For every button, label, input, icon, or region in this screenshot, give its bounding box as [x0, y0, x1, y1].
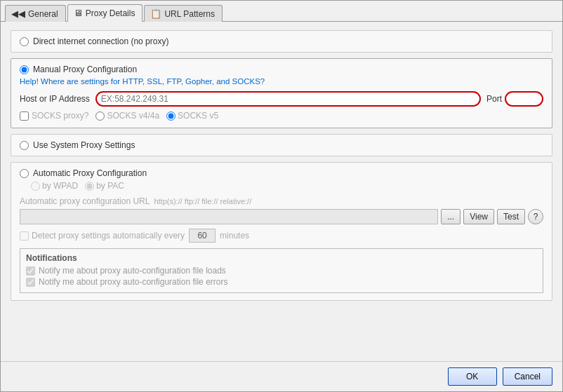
auto-url-row: Automatic proxy configuration URL http(s… [20, 196, 543, 206]
notify-errors-label: Notify me about proxy auto-configuration… [39, 277, 227, 287]
general-icon: ◀◀ [11, 8, 25, 19]
manual-radio[interactable] [20, 65, 29, 74]
wpad-radio[interactable] [31, 182, 40, 191]
socks-check-label: SOCKS proxy? [20, 111, 88, 121]
system-section: Use System Proxy Settings [11, 134, 552, 156]
help-link[interactable]: Help! Where are settings for HTTP, SSL, … [20, 77, 543, 86]
tab-general[interactable]: ◀◀ General [5, 5, 66, 22]
detect-check-label: Detect proxy settings automatically ever… [20, 231, 185, 241]
bottom-bar: OK Cancel [1, 361, 562, 391]
dialog: ◀◀ General 🖥 Proxy Details 📋 URL Pattern… [0, 0, 563, 392]
detect-checkbox[interactable] [20, 231, 29, 241]
socks-checkbox[interactable] [20, 111, 29, 121]
content-area: Direct internet connection (no proxy) Ma… [1, 22, 562, 361]
detect-row: Detect proxy settings automatically ever… [20, 229, 543, 243]
notify-loads-checkbox[interactable] [26, 266, 35, 276]
tab-url-patterns[interactable]: 📋 URL Patterns [144, 5, 223, 22]
tab-url-patterns-label: URL Patterns [164, 9, 215, 19]
direct-label: Direct internet connection (no proxy) [33, 36, 168, 46]
direct-section: Direct internet connection (no proxy) [11, 30, 552, 53]
notifications-box: Notifications Notify me about proxy auto… [20, 248, 543, 293]
wpad-label: by WPAD [31, 181, 78, 191]
notify-loads-label: Notify me about proxy auto-configuration… [39, 266, 226, 276]
port-label: Port [486, 94, 502, 104]
detect-interval-input[interactable] [189, 229, 216, 243]
wpad-text: by WPAD [42, 181, 78, 191]
system-radio[interactable] [20, 141, 29, 150]
pac-text: by PAC [96, 181, 124, 191]
cancel-button[interactable]: Cancel [503, 367, 552, 386]
auto-radio[interactable] [20, 169, 29, 178]
socks-v4-label: SOCKS v4/4a [95, 111, 159, 121]
auto-url-label: Automatic proxy configuration URL [20, 196, 150, 206]
socks-v4-radio[interactable] [95, 111, 105, 121]
host-input[interactable] [95, 91, 481, 107]
tab-bar: ◀◀ General 🖥 Proxy Details 📋 URL Pattern… [1, 1, 562, 22]
url-patterns-icon: 📋 [150, 8, 161, 19]
test-button[interactable]: Test [497, 209, 525, 224]
proxy-details-icon: 🖥 [74, 8, 83, 18]
tab-proxy-details[interactable]: 🖥 Proxy Details [67, 4, 143, 22]
tab-proxy-details-label: Proxy Details [86, 8, 135, 18]
direct-row: Direct internet connection (no proxy) [20, 36, 543, 46]
port-group: Port 8080 [486, 91, 543, 107]
ellipsis-button[interactable]: ... [441, 209, 461, 224]
socks-label: SOCKS proxy? [32, 111, 88, 121]
host-label: Host or IP Address [20, 94, 90, 104]
manual-title: Manual Proxy Configuration [33, 65, 137, 74]
detect-label: Detect proxy settings automatically ever… [32, 231, 185, 241]
help-button[interactable]: ? [528, 209, 543, 224]
host-row: Host or IP Address Port 8080 [20, 91, 543, 107]
socks-v5-radio[interactable] [166, 111, 175, 121]
manual-title-row: Manual Proxy Configuration [20, 65, 543, 74]
system-row: Use System Proxy Settings [20, 140, 543, 150]
port-input[interactable]: 8080 [505, 91, 543, 107]
socks-row: SOCKS proxy? SOCKS v4/4a SOCKS v5 [20, 111, 543, 121]
notifications-title: Notifications [26, 253, 537, 263]
socks-v5-text: SOCKS v5 [178, 111, 218, 121]
auto-url-controls: ... View Test ? [20, 209, 543, 224]
view-button[interactable]: View [463, 209, 494, 224]
pac-radio[interactable] [85, 182, 94, 191]
system-label: Use System Proxy Settings [33, 140, 135, 150]
auto-url-input[interactable] [20, 209, 438, 224]
detect-unit: minutes [220, 231, 249, 241]
auto-title: Automatic Proxy Configuration [33, 168, 147, 178]
notify-errors-row: Notify me about proxy auto-configuration… [26, 277, 537, 287]
notify-errors-checkbox[interactable] [26, 278, 35, 287]
notify-loads-row: Notify me about proxy auto-configuration… [26, 266, 537, 276]
auto-section: Automatic Proxy Configuration by WPAD by… [11, 162, 552, 301]
tab-general-label: General [28, 9, 58, 19]
socks-v5-label: SOCKS v5 [166, 111, 218, 121]
direct-radio[interactable] [20, 37, 29, 46]
ok-button[interactable]: OK [448, 367, 497, 386]
socks-v4-text: SOCKS v4/4a [107, 111, 159, 121]
manual-section: Manual Proxy Configuration Help! Where a… [11, 58, 552, 128]
pac-label: by PAC [85, 181, 124, 191]
wpad-row: by WPAD by PAC [20, 181, 543, 191]
url-hint: http(s):// ftp:// file:// relative:// [154, 197, 251, 205]
auto-title-row: Automatic Proxy Configuration [20, 168, 543, 178]
